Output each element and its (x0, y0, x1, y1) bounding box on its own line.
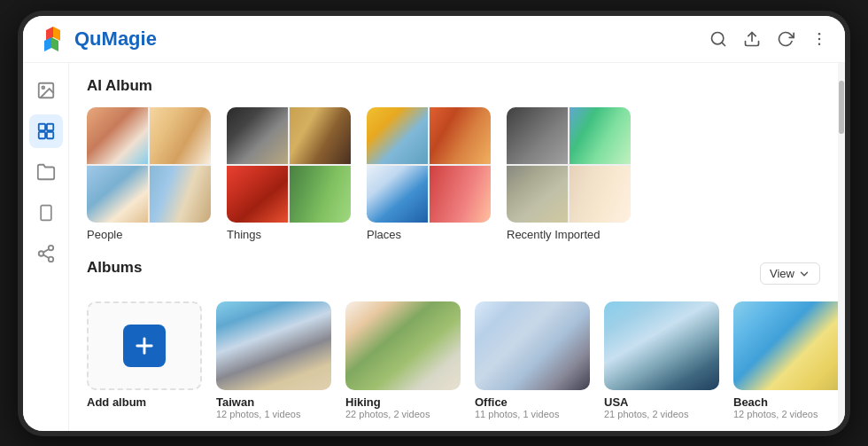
ai-album-label-recent: Recently Imported (507, 228, 601, 241)
mosaic-cell (507, 107, 568, 164)
beach-meta: 12 photos, 2 videos (733, 409, 818, 419)
ai-album-label-places: Places (367, 228, 401, 241)
add-album-placeholder (87, 301, 202, 390)
mosaic-cell (227, 166, 288, 223)
chevron-down-icon (798, 268, 810, 280)
svg-marker-1 (53, 27, 60, 41)
svg-point-20 (48, 256, 53, 262)
add-icon (123, 325, 166, 367)
add-album-card[interactable]: Add album (87, 301, 202, 419)
mosaic-cell (227, 107, 288, 164)
things-mosaic (227, 107, 351, 223)
office-name: Office (475, 395, 508, 409)
albums-title: Albums (87, 259, 142, 277)
album-card-taiwan[interactable]: Taiwan 12 photos, 1 videos (216, 301, 331, 419)
svg-point-18 (48, 245, 53, 250)
view-button-label: View (770, 267, 794, 280)
mosaic-cell (87, 107, 148, 164)
mosaic-cell (367, 107, 428, 164)
view-button[interactable]: View (760, 262, 820, 285)
usa-meta: 21 photos, 2 videos (604, 409, 688, 419)
office-thumb (475, 301, 590, 390)
svg-line-5 (722, 42, 725, 45)
svg-rect-15 (46, 131, 52, 137)
svg-point-19 (38, 251, 43, 256)
office-meta: 11 photos, 1 videos (475, 409, 559, 419)
sidebar-item-albums[interactable] (29, 114, 63, 148)
svg-line-21 (43, 254, 48, 258)
beach-name: Beach (733, 395, 768, 409)
hiking-thumb (345, 301, 461, 390)
svg-point-11 (42, 86, 44, 89)
album-card-beach[interactable]: Beach 12 photos, 2 videos (733, 301, 838, 419)
main-layout: AI Album (23, 63, 845, 431)
plus-icon (132, 333, 157, 358)
svg-point-8 (818, 37, 821, 40)
ai-album-label-things: Things (227, 228, 261, 241)
ai-album-people[interactable]: People (87, 107, 211, 241)
mosaic-cell (150, 107, 211, 164)
ai-album-title: AI Album (87, 77, 820, 95)
more-menu-icon[interactable] (810, 29, 829, 49)
svg-marker-2 (44, 37, 51, 51)
ai-album-recent[interactable]: Recently Imported (507, 107, 631, 241)
topbar-actions (709, 29, 829, 49)
svg-point-9 (818, 43, 821, 45)
usa-thumb (604, 301, 719, 390)
add-album-label: Add album (87, 395, 146, 409)
albums-header: Albums View (87, 259, 820, 289)
content-area: AI Album (69, 63, 838, 431)
sidebar-item-folders[interactable] (29, 155, 63, 189)
ai-album-grid: People (87, 107, 820, 241)
ai-album-things[interactable]: Things (227, 107, 351, 241)
svg-line-22 (43, 248, 48, 252)
refresh-icon[interactable] (776, 29, 795, 49)
mosaic-cell (290, 107, 351, 164)
album-card-usa[interactable]: USA 21 photos, 2 videos (604, 301, 719, 419)
mosaic-cell (507, 166, 568, 223)
svg-rect-16 (41, 205, 51, 220)
search-icon[interactable] (709, 29, 728, 49)
mosaic-cell (570, 107, 631, 164)
usa-name: USA (604, 395, 628, 409)
mosaic-cell (570, 166, 631, 223)
sidebar-item-mobile[interactable] (29, 196, 63, 230)
svg-rect-13 (46, 123, 52, 129)
svg-point-7 (818, 32, 821, 35)
places-mosaic (367, 107, 491, 223)
hiking-name: Hiking (345, 395, 381, 409)
mosaic-cell (87, 166, 148, 223)
tablet-screen: QuMagie (23, 16, 845, 431)
mosaic-cell (290, 166, 351, 223)
scroll-thumb[interactable] (839, 81, 844, 134)
mosaic-cell (430, 166, 491, 223)
app-name: QuMagie (74, 27, 157, 51)
album-card-hiking[interactable]: Hiking 22 photos, 2 videos (345, 301, 461, 419)
topbar: QuMagie (23, 16, 845, 63)
svg-rect-14 (38, 131, 44, 137)
ai-album-places[interactable]: Places (367, 107, 491, 241)
beach-thumb (733, 301, 838, 390)
sidebar (23, 63, 69, 431)
scroll-indicator (838, 63, 845, 431)
album-card-office[interactable]: Office 11 photos, 1 videos (475, 301, 590, 419)
mosaic-cell (367, 166, 428, 223)
hiking-meta: 22 photos, 2 videos (345, 409, 430, 419)
albums-grid: Add album Taiwan 12 photos, 1 videos (87, 301, 820, 419)
logo-area: QuMagie (39, 25, 709, 53)
tablet-frame: QuMagie (18, 11, 850, 436)
sidebar-item-photos[interactable] (29, 74, 63, 107)
app-logo-icon (39, 25, 67, 53)
mosaic-cell (430, 107, 491, 164)
recent-mosaic (507, 107, 631, 223)
taiwan-thumb (216, 301, 331, 390)
taiwan-name: Taiwan (216, 395, 254, 409)
people-mosaic (87, 107, 211, 223)
mosaic-cell (150, 166, 211, 223)
ai-album-label-people: People (87, 228, 122, 241)
svg-rect-12 (38, 123, 44, 129)
taiwan-meta: 12 photos, 1 videos (216, 409, 300, 419)
upload-icon[interactable] (742, 29, 762, 49)
sidebar-item-share[interactable] (29, 237, 63, 270)
